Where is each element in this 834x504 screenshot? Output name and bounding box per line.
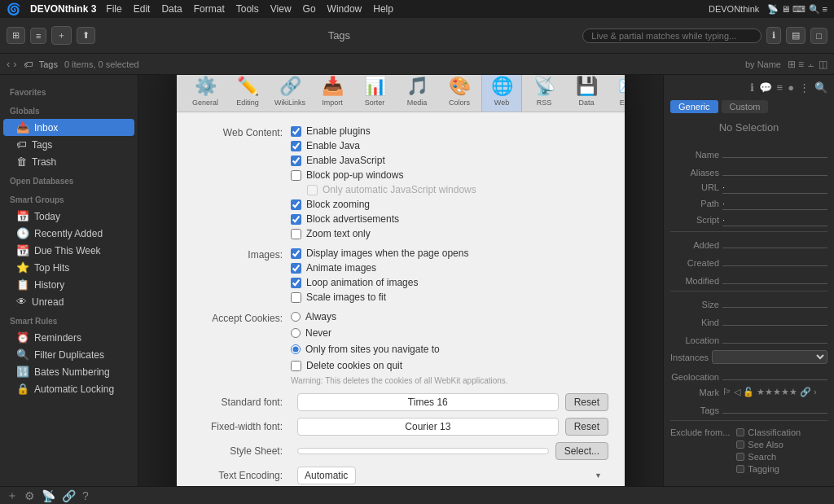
toolbar-btn-back[interactable]: ⊞ (7, 27, 25, 44)
sidebar-item-today[interactable]: 📅 Today (3, 208, 134, 225)
text-encoding-select[interactable]: Automatic (297, 467, 356, 484)
field-url-value: · (722, 182, 827, 194)
checkbox-block-zooming[interactable] (291, 199, 301, 210)
sidebar-item-filter-duplicates[interactable]: 🔍 Filter Duplicates (3, 346, 134, 363)
sidebar-item-reminders[interactable]: ⏰ Reminders (3, 329, 134, 346)
checkbox-block-ads[interactable] (291, 214, 301, 225)
standard-font-reset-button[interactable]: Reset (565, 393, 608, 411)
view-grid-btn[interactable]: ⊞ (788, 59, 796, 70)
nav-fwd-btn[interactable]: › (13, 58, 16, 70)
menu-view[interactable]: View (270, 3, 292, 15)
star-icons[interactable]: ★★★★★ (757, 387, 797, 397)
menu-edit[interactable]: Edit (134, 3, 151, 15)
check-delete-cookies: Delete cookies on quit (291, 360, 608, 371)
exclude-search-checkbox[interactable] (736, 453, 744, 461)
sidebar-item-inbox[interactable]: 📥 Inbox (3, 119, 134, 136)
fixed-width-font-reset-button[interactable]: Reset (565, 418, 608, 436)
toolbar-info-btn[interactable]: ℹ (766, 27, 781, 44)
toolbar-btn-view[interactable]: ≡ (30, 28, 46, 44)
sidebar-item-top-hits[interactable]: ⭐ Top Hits (3, 259, 134, 276)
bookmark-icon[interactable]: ◁ (734, 387, 740, 397)
toolbar-btn-share[interactable]: ⬆ (77, 27, 95, 44)
exclude-tagging-checkbox[interactable] (736, 465, 744, 473)
bottom-help-btn[interactable]: ? (82, 489, 89, 502)
tags-bar: ‹ › 🏷 Tags 0 items, 0 selected by Name ⊞… (0, 54, 834, 75)
toolbar-view2-btn[interactable]: ▤ (786, 27, 805, 44)
link-icon[interactable]: 🔗 (800, 387, 811, 397)
sidebar-item-unread-label: Unread (32, 296, 64, 308)
toolbar-view3-btn[interactable]: □ (810, 28, 827, 44)
checkbox-enable-plugins[interactable] (291, 126, 301, 137)
more-icon[interactable]: › (814, 387, 817, 397)
menu-go[interactable]: Go (303, 3, 316, 15)
panel-icon-list[interactable]: ≡ (777, 81, 784, 94)
sidebar-item-due-this-week[interactable]: 📆 Due This Week (3, 242, 134, 259)
inbox-icon: 📥 (16, 121, 29, 134)
toolbar-media[interactable]: 🎵 Media (397, 75, 437, 112)
sidebar-item-unread[interactable]: 👁 Unread (3, 293, 134, 310)
view-cover-btn[interactable]: ◫ (819, 59, 827, 70)
sidebar-item-tags[interactable]: 🏷 Tags (3, 136, 134, 153)
bottom-gear-btn[interactable]: ⚙ (24, 489, 35, 502)
toolbar-editing[interactable]: ✏️ Editing (227, 75, 268, 112)
toolbar-general[interactable]: ⚙️ General (185, 75, 226, 112)
toolbar-email[interactable]: ✉️ Email (608, 75, 625, 112)
today-icon: 📅 (16, 210, 29, 222)
exclude-classification-checkbox[interactable] (736, 428, 744, 436)
checkbox-zoom-text[interactable] (291, 229, 301, 239)
toolbar-web[interactable]: 🌐 Web (481, 75, 522, 112)
toolbar-import[interactable]: 📥 Import (312, 75, 353, 112)
checkbox-block-popup[interactable] (291, 170, 301, 181)
radio-only-navigate-input[interactable] (291, 344, 301, 354)
sidebar-item-automatic-locking[interactable]: 🔒 Automatic Locking (3, 380, 134, 397)
menu-help[interactable]: Help (373, 3, 393, 15)
view-list-btn[interactable]: ≡ (798, 59, 804, 70)
lock-icon[interactable]: 🔓 (743, 387, 754, 397)
exclude-see-also-checkbox[interactable] (736, 440, 744, 449)
search-input[interactable] (582, 28, 762, 43)
instances-select[interactable] (712, 350, 827, 364)
toolbar-sorter[interactable]: 📊 Sorter (354, 75, 395, 112)
menu-file[interactable]: File (106, 3, 121, 15)
style-sheet-select-button[interactable]: Select... (555, 442, 608, 460)
tab-generic[interactable]: Generic (670, 100, 718, 113)
bottom-add-btn[interactable]: ＋ (7, 489, 18, 503)
tab-custom[interactable]: Custom (722, 100, 769, 113)
menu-tools[interactable]: Tools (236, 3, 259, 15)
sidebar-item-recently-added[interactable]: 🕒 Recently Added (3, 225, 134, 242)
toolbar-colors[interactable]: 🎨 Colors (439, 75, 480, 112)
radio-never-input[interactable] (291, 328, 301, 338)
sort-label[interactable]: by Name (745, 59, 781, 69)
style-sheet-label: Style Sheet: (193, 445, 291, 457)
menu-format[interactable]: Format (194, 3, 225, 15)
bottom-network-btn[interactable]: 📡 (42, 489, 55, 502)
checkbox-animate-images[interactable] (291, 263, 301, 274)
sidebar-item-bates-numbering[interactable]: 🔢 Bates Numbering (3, 363, 134, 380)
checkbox-enable-javascript[interactable] (291, 156, 301, 166)
panel-icon-comment[interactable]: 💬 (759, 81, 772, 94)
view-col-btn[interactable]: ⫠ (806, 59, 816, 70)
toolbar-rss[interactable]: 📡 RSS (524, 75, 564, 112)
check-enable-javascript: Enable JavaScript (291, 155, 608, 166)
toolbar-wikilinks[interactable]: 🔗 WikiLinks (270, 75, 310, 112)
nav-back-btn[interactable]: ‹ (7, 58, 10, 70)
checkbox-loop-animation[interactable] (291, 278, 301, 288)
sidebar-item-history[interactable]: 📋 History (3, 276, 134, 293)
checkbox-delete-cookies[interactable] (291, 361, 301, 371)
radio-always-input[interactable] (291, 312, 301, 322)
toolbar-btn-add[interactable]: ＋ (51, 26, 72, 45)
bottom-link-btn[interactable]: 🔗 (62, 489, 76, 502)
checkbox-scale-images[interactable] (291, 292, 301, 303)
panel-icon-info[interactable]: ℹ (750, 81, 754, 94)
panel-icon-lines[interactable]: ⋮ (799, 81, 810, 94)
sidebar-item-trash[interactable]: 🗑 Trash (3, 153, 134, 170)
checkbox-display-images[interactable] (291, 248, 301, 259)
field-size: Size (670, 296, 827, 309)
panel-icon-dot[interactable]: ● (788, 81, 794, 94)
menu-data[interactable]: Data (161, 3, 182, 15)
checkbox-enable-java[interactable] (291, 141, 301, 151)
flag-icon[interactable]: 🏳 (722, 387, 731, 397)
menu-window[interactable]: Window (327, 3, 362, 15)
toolbar-data[interactable]: 💾 Data (566, 75, 607, 112)
panel-icon-search2[interactable]: 🔍 (814, 81, 827, 94)
